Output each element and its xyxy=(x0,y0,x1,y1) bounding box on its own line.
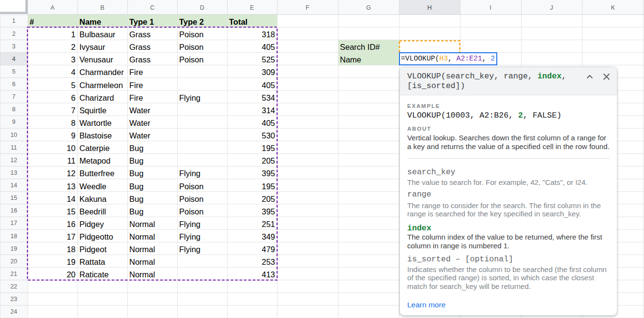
svg-text:Metapod: Metapod xyxy=(79,156,110,165)
svg-text:Water: Water xyxy=(129,131,151,140)
svg-text:21: 21 xyxy=(11,271,17,277)
svg-text:Bug: Bug xyxy=(129,195,143,203)
svg-text:13: 13 xyxy=(11,169,17,176)
svg-text:Fire: Fire xyxy=(129,93,143,102)
svg-text:Bug: Bug xyxy=(129,156,143,165)
svg-text:16: 16 xyxy=(67,220,76,228)
svg-text:Ivysaur: Ivysaur xyxy=(79,43,106,51)
svg-text:Poison: Poison xyxy=(179,55,203,64)
svg-text:195: 195 xyxy=(261,182,275,191)
svg-text:7: 7 xyxy=(71,106,76,115)
svg-text:C: C xyxy=(150,4,154,11)
svg-text:195: 195 xyxy=(261,144,275,152)
svg-text:19: 19 xyxy=(11,245,17,252)
svg-text:19: 19 xyxy=(67,257,76,266)
svg-text:8: 8 xyxy=(71,119,76,127)
svg-text:8: 8 xyxy=(12,106,15,113)
svg-text:Flying: Flying xyxy=(179,245,200,254)
svg-text:530: 530 xyxy=(261,131,275,140)
svg-text:Search ID#: Search ID# xyxy=(340,43,380,51)
svg-text:Pidgey: Pidgey xyxy=(79,220,104,228)
svg-text:253: 253 xyxy=(261,257,275,266)
svg-text:Charmander: Charmander xyxy=(79,68,124,76)
svg-text:Bug: Bug xyxy=(129,207,143,216)
svg-text:3: 3 xyxy=(71,55,76,64)
svg-text:525: 525 xyxy=(261,55,275,64)
svg-text:Pidgeotto: Pidgeotto xyxy=(79,232,113,241)
svg-text:4: 4 xyxy=(71,68,76,76)
svg-text:Poison: Poison xyxy=(179,195,203,203)
svg-text:Poison: Poison xyxy=(179,43,203,51)
svg-text:2: 2 xyxy=(12,30,15,37)
svg-text:16: 16 xyxy=(11,207,17,214)
svg-text:405: 405 xyxy=(261,43,275,51)
svg-text:395: 395 xyxy=(261,169,275,178)
svg-text:Flying: Flying xyxy=(179,93,200,102)
svg-text:Total: Total xyxy=(229,17,247,26)
svg-text:Charizard: Charizard xyxy=(79,93,114,102)
svg-text:9: 9 xyxy=(71,131,76,140)
svg-text:20: 20 xyxy=(67,270,76,279)
svg-text:Squirtle: Squirtle xyxy=(79,106,107,115)
svg-text:Type 2: Type 2 xyxy=(179,17,204,26)
svg-text:6: 6 xyxy=(71,93,76,102)
svg-text:6: 6 xyxy=(12,81,15,88)
svg-text:Grass: Grass xyxy=(129,43,151,51)
svg-text:7: 7 xyxy=(12,93,15,100)
svg-text:Grass: Grass xyxy=(129,55,151,64)
svg-text:10: 10 xyxy=(11,132,17,138)
svg-text:11: 11 xyxy=(67,156,76,165)
svg-text:Charmeleon: Charmeleon xyxy=(79,81,123,90)
svg-text:479: 479 xyxy=(261,245,275,254)
svg-text:Blastoise: Blastoise xyxy=(79,131,112,140)
svg-text:F: F xyxy=(306,4,309,11)
svg-text:251: 251 xyxy=(261,220,275,228)
svg-text:12: 12 xyxy=(11,157,17,164)
svg-text:Name: Name xyxy=(340,55,361,64)
svg-text:Name: Name xyxy=(79,17,101,26)
svg-text:E: E xyxy=(250,4,254,11)
svg-text:Bug: Bug xyxy=(129,144,143,152)
svg-text:Pidgeot: Pidgeot xyxy=(79,245,107,254)
svg-text:Grass: Grass xyxy=(129,30,151,39)
svg-text:15: 15 xyxy=(67,207,76,216)
svg-text:H: H xyxy=(427,4,431,11)
svg-text:9: 9 xyxy=(12,119,15,125)
svg-text:B: B xyxy=(100,4,104,11)
svg-text:A: A xyxy=(50,4,55,11)
svg-text:Type 1: Type 1 xyxy=(129,17,154,26)
svg-text:Fire: Fire xyxy=(129,81,143,90)
svg-text:14: 14 xyxy=(67,195,76,203)
svg-text:Flying: Flying xyxy=(179,232,200,241)
svg-text:Normal: Normal xyxy=(129,232,155,241)
svg-text:Poison: Poison xyxy=(179,182,203,191)
svg-text:318: 318 xyxy=(261,30,275,39)
svg-text:Normal: Normal xyxy=(129,245,155,254)
svg-text:D: D xyxy=(200,4,204,11)
svg-text:Normal: Normal xyxy=(129,220,155,228)
svg-text:Raticate: Raticate xyxy=(79,270,109,279)
svg-text:18: 18 xyxy=(11,233,17,240)
svg-text:1: 1 xyxy=(71,30,76,39)
svg-text:413: 413 xyxy=(261,270,275,279)
svg-text:11: 11 xyxy=(11,144,17,151)
svg-text:Poison: Poison xyxy=(179,207,203,216)
svg-text:Flying: Flying xyxy=(179,220,200,228)
svg-text:Kakuna: Kakuna xyxy=(79,195,107,203)
svg-text:Normal: Normal xyxy=(129,257,155,266)
svg-text:Beedrill: Beedrill xyxy=(79,207,106,216)
svg-text:18: 18 xyxy=(67,245,76,254)
svg-text:Water: Water xyxy=(129,119,151,127)
svg-text:22: 22 xyxy=(11,283,17,290)
svg-text:Water: Water xyxy=(129,106,151,115)
svg-text:534: 534 xyxy=(261,93,275,102)
svg-text:12: 12 xyxy=(67,169,76,178)
svg-text:Fire: Fire xyxy=(129,68,143,76)
svg-text:J: J xyxy=(550,4,553,11)
svg-text:349: 349 xyxy=(261,232,275,241)
svg-text:Wartortle: Wartortle xyxy=(79,119,111,127)
svg-text:405: 405 xyxy=(261,119,275,127)
svg-text:K: K xyxy=(611,4,615,11)
svg-text:Venusaur: Venusaur xyxy=(79,55,113,64)
svg-text:20: 20 xyxy=(11,258,17,265)
